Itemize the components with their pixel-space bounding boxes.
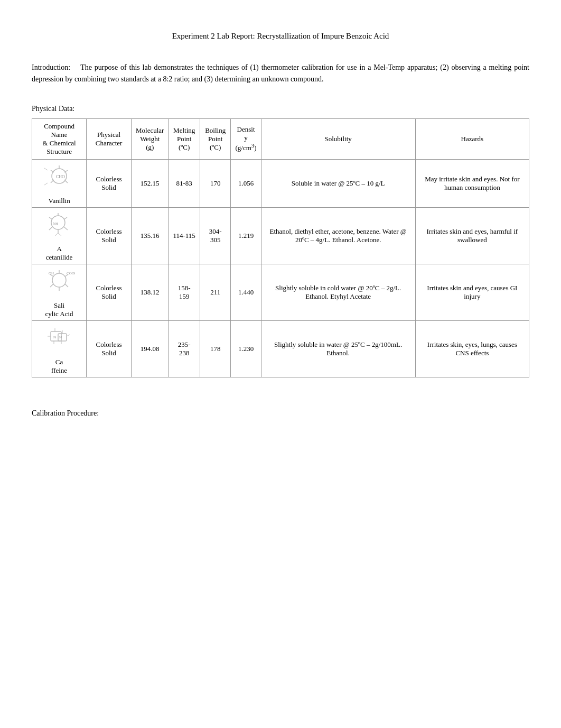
physical-data-label: Physical Data:	[32, 105, 529, 113]
page-title: Experiment 2 Lab Report: Recrystallizati…	[32, 32, 529, 41]
svg-text:NH: NH	[53, 222, 58, 226]
compound-caffeine: N N Ca ffeine	[32, 320, 87, 377]
physical-data-section: Physical Data: Compound Name& ChemicalSt…	[32, 105, 529, 377]
table-row: N N Ca ffeine Colorless Solid 194.08 235…	[32, 320, 529, 377]
salicylic-bp: 211	[200, 264, 231, 320]
svg-text:N: N	[53, 335, 56, 339]
col-header-physical: PhysicalCharacter	[87, 118, 132, 159]
svg-line-4	[51, 180, 54, 183]
col-header-compound: Compound Name& ChemicalStructure	[32, 118, 87, 159]
caffeine-mw: 194.08	[132, 320, 169, 377]
salicylic-name: cylic Acid	[45, 310, 73, 318]
vanillin-hazards: May irritate skin and eyes. Not for huma…	[415, 159, 529, 207]
salicylic-name-sali: Sali	[54, 301, 64, 309]
svg-line-16	[55, 233, 58, 236]
svg-line-33	[67, 335, 70, 336]
table-row: CHO Vanillin Colorless Solid 152.15 81-8…	[32, 159, 529, 207]
caffeine-mp: 235-238	[169, 320, 200, 377]
salicylic-mw: 138.12	[132, 264, 169, 320]
salicylic-hazards: Irritates skin and eyes, causes GI injur…	[415, 264, 529, 320]
col-header-molecular: MolecularWeight(g)	[132, 118, 169, 159]
acetanilide-solubility: Ethanol, diethyl ether, acetone, benzene…	[261, 207, 415, 264]
acetanilide-name: cetanilide	[46, 253, 73, 261]
acetanilide-density: 1.219	[231, 207, 261, 264]
caffeine-structure-icon: N N	[43, 324, 75, 356]
col-header-density: Density(g/cm3)	[231, 118, 261, 159]
svg-point-19	[52, 273, 66, 287]
svg-text:OH: OH	[49, 271, 54, 275]
caffeine-solubility: Slightly soluble in water @ 25ºC – 2g/10…	[261, 320, 415, 377]
caffeine-name: ffeine	[51, 366, 67, 374]
caffeine-density: 1.230	[231, 320, 261, 377]
vanillin-mp: 81-83	[169, 159, 200, 207]
svg-line-14	[64, 227, 68, 230]
salicylic-physical: Colorless Solid	[87, 264, 132, 320]
intro-label: Introduction:	[32, 63, 70, 71]
acetanilide-name-a: A	[57, 245, 61, 253]
svg-line-23	[50, 284, 53, 287]
caffeine-name-ca: Ca	[55, 358, 63, 366]
col-header-boiling: BoilingPoint(ºC)	[200, 118, 231, 159]
calibration-label: Calibration Procedure:	[32, 409, 529, 418]
svg-line-13	[49, 227, 52, 230]
vanillin-bp: 170	[200, 159, 231, 207]
vanillin-solubility: Soluble in water @ 25ºC – 10 g/L	[261, 159, 415, 207]
salicylic-structure-icon: OH COOH	[43, 268, 75, 299]
svg-text:COOH: COOH	[67, 271, 75, 275]
acetanilide-structure-icon: NH	[43, 211, 75, 243]
intro-text: The purpose of this lab demonstrates the…	[32, 63, 529, 83]
salicylic-density: 1.440	[231, 264, 261, 320]
caffeine-physical: Colorless Solid	[87, 320, 132, 377]
compound-vanillin: CHO Vanillin	[32, 159, 87, 207]
acetanilide-bp: 304-305	[200, 207, 231, 264]
svg-line-7	[44, 168, 48, 170]
vanillin-mw: 152.15	[132, 159, 169, 207]
col-header-hazards: Hazards	[415, 118, 529, 159]
svg-line-11	[49, 217, 52, 219]
acetanilide-physical: Colorless Solid	[87, 207, 132, 264]
vanillin-structure-icon: CHO	[43, 163, 75, 195]
svg-line-8	[44, 183, 48, 185]
svg-line-24	[65, 284, 68, 287]
svg-line-5	[64, 180, 68, 183]
svg-line-17	[58, 233, 61, 236]
vanillin-physical: Colorless Solid	[87, 159, 132, 207]
physical-data-table: Compound Name& ChemicalStructure Physica…	[32, 118, 529, 377]
caffeine-hazards: Irritates skin, eyes, lungs, causes CNS …	[415, 320, 529, 377]
caffeine-bp: 178	[200, 320, 231, 377]
acetanilide-mp: 114-115	[169, 207, 200, 264]
vanillin-name: Vanillin	[48, 197, 70, 205]
vanillin-density: 1.056	[231, 159, 261, 207]
acetanilide-hazards: Irritates skin and eyes, harmful if swal…	[415, 207, 529, 264]
svg-text:CHO: CHO	[56, 174, 65, 179]
salicylic-solubility: Slightly soluble in cold water @ 20ºC – …	[261, 264, 415, 320]
salicylic-mp: 158-159	[169, 264, 200, 320]
svg-text:N: N	[59, 335, 62, 339]
table-row: OH COOH Sali cylic Acid Colorless Solid …	[32, 264, 529, 320]
introduction-block: Introduction: The purpose of this lab de…	[32, 62, 529, 86]
svg-line-12	[64, 217, 67, 219]
compound-salicylic: OH COOH Sali cylic Acid	[32, 264, 87, 320]
col-header-melting: MeltingPoint(ºC)	[169, 118, 200, 159]
col-header-solubility: Solubility	[261, 118, 415, 159]
table-row: NH A cetanilide Colorless Solid 135.16 1…	[32, 207, 529, 264]
acetanilide-mw: 135.16	[132, 207, 169, 264]
compound-acetanilide: NH A cetanilide	[32, 207, 87, 264]
